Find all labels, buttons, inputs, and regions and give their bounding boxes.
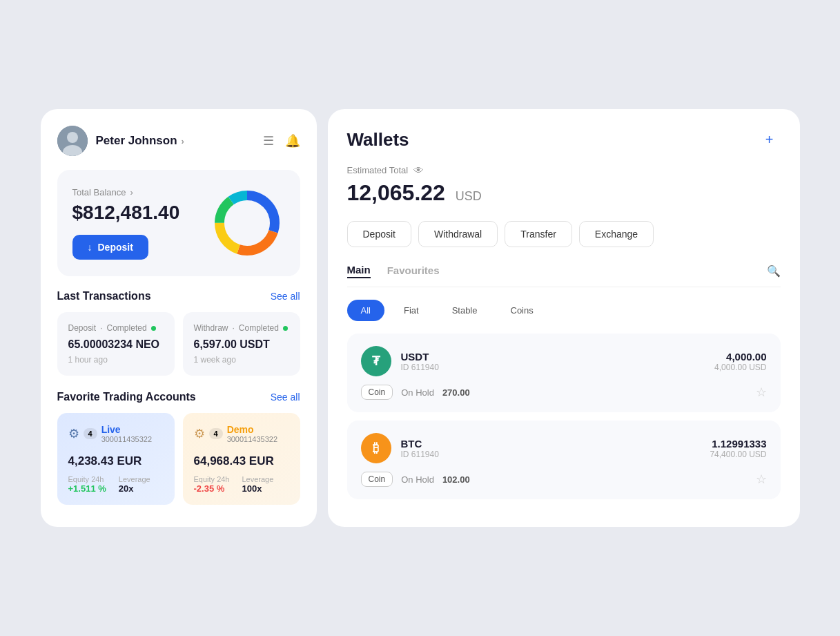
- btc-usd: 74,400.00 USD: [710, 450, 766, 459]
- status-dot-0: [151, 326, 156, 331]
- action-deposit-button[interactable]: Deposit: [347, 221, 411, 247]
- tc-amount-demo: 64,968.43 EUR: [194, 454, 289, 468]
- action-withdrawal-button[interactable]: Withdrawal: [418, 221, 498, 247]
- tc-equity-demo: Equity 24h -2.35 %: [194, 475, 230, 494]
- transaction-card-0: Deposit · Completed 65.00003234 NEO 1 ho…: [57, 312, 175, 376]
- balance-amount: $812,481.40: [72, 202, 180, 224]
- transactions-section: Last Transactions See all Deposit · Comp…: [57, 290, 300, 376]
- bell-icon[interactable]: 🔔: [285, 133, 300, 148]
- btc-logo: ₿: [361, 433, 391, 463]
- trading-card-live[interactable]: ⚙ 4 Live 300011435322 4,238.43 EUR Equit…: [57, 413, 175, 505]
- tx-amount-1: 6,597.00 USDT: [194, 338, 289, 351]
- tx-amount-0: 65.00003234 NEO: [68, 338, 164, 351]
- transaction-card-1: Withdraw · Completed 6,597.00 USDT 1 wee…: [183, 312, 300, 376]
- tc-stats-demo: Equity 24h -2.35 % Leverage 100x: [194, 475, 289, 494]
- wallet-item-btc: ₿ BTC ID 611940 1.12991333 74,400.00 USD…: [347, 421, 781, 499]
- tc-equity-value-demo: -2.35 %: [194, 483, 230, 494]
- filter-stable-button[interactable]: Stable: [438, 300, 491, 321]
- btc-value: 1.12991333 74,400.00 USD: [710, 438, 766, 459]
- tc-id-live: 300011435322: [101, 435, 152, 443]
- action-transfer-button[interactable]: Transfer: [505, 221, 572, 247]
- left-panel: Peter Johnson › ☰ 🔔 Total Balance › $812…: [41, 109, 317, 527]
- tc-leverage-live: Leverage 20x: [119, 475, 150, 494]
- btc-star-icon[interactable]: ☆: [756, 472, 767, 487]
- usdt-id: ID 611940: [401, 363, 439, 372]
- wallet-tabs: Main Favourites 🔍: [347, 264, 781, 287]
- balance-card: Total Balance › $812,481.40 ↓ Deposit: [57, 170, 300, 276]
- tc-leverage-value-demo: 100x: [242, 483, 273, 494]
- search-icon[interactable]: 🔍: [767, 264, 781, 278]
- user-info: Peter Johnson ›: [57, 126, 184, 156]
- wallet-item-bottom-usdt: Coin On Hold 270.00 ☆: [361, 385, 767, 400]
- trading-see-all[interactable]: See all: [271, 392, 300, 403]
- balance-label: Total Balance ›: [72, 187, 180, 197]
- wallet-item-bottom-btc: Coin On Hold 102.00 ☆: [361, 472, 767, 487]
- btc-on-hold-value: 102.00: [442, 474, 470, 485]
- usdt-usd: 4,000.00 USD: [714, 363, 766, 372]
- tc-header-live: ⚙ 4 Live 300011435322: [68, 424, 164, 443]
- eye-icon[interactable]: 👁: [413, 164, 424, 176]
- tab-main[interactable]: Main: [347, 264, 371, 278]
- svg-point-1: [67, 132, 78, 143]
- usdt-on-hold-label: On Hold: [401, 387, 434, 398]
- tc-icon-live: ⚙: [68, 426, 79, 441]
- action-buttons: Deposit Withdrawal Transfer Exchange: [347, 221, 781, 247]
- deposit-arrow-icon: ↓: [88, 242, 92, 253]
- tc-badge-demo: 4: [209, 428, 223, 439]
- tc-amount-live: 4,238.43 EUR: [68, 454, 164, 468]
- wallet-coin-info-usdt: ₮ USDT ID 611940: [361, 346, 439, 376]
- filter-coins-button[interactable]: Coins: [497, 300, 547, 321]
- action-exchange-button[interactable]: Exchange: [579, 221, 654, 247]
- header-icons: ☰ 🔔: [263, 133, 300, 148]
- deposit-button[interactable]: ↓ Deposit: [72, 235, 148, 260]
- trading-section: Favorite Trading Accounts See all ⚙ 4 Li…: [57, 391, 300, 505]
- estimated-currency: USD: [456, 189, 482, 203]
- tc-type-demo: Demo: [227, 424, 277, 435]
- add-wallet-button[interactable]: +: [759, 128, 781, 151]
- balance-left: Total Balance › $812,481.40 ↓ Deposit: [72, 187, 180, 260]
- trading-card-demo[interactable]: ⚙ 4 Demo 300011435322 64,968.43 EUR Equi…: [183, 413, 300, 505]
- balance-chevron-icon: ›: [130, 187, 133, 197]
- tc-icon-demo: ⚙: [194, 426, 205, 441]
- tc-equity-live: Equity 24h +1.511 %: [68, 475, 106, 494]
- wallet-item-top-usdt: ₮ USDT ID 611940 4,000.00 4,000.00 USD: [361, 346, 767, 376]
- tc-badge-live: 4: [84, 428, 97, 439]
- donut-chart: [209, 185, 285, 261]
- tx-status-1: Withdraw · Completed: [194, 323, 289, 333]
- btc-amount: 1.12991333: [710, 438, 766, 450]
- tc-header-demo: ⚙ 4 Demo 300011435322: [194, 424, 289, 443]
- filter-fiat-button[interactable]: Fiat: [390, 300, 433, 321]
- usdt-star-icon[interactable]: ☆: [756, 385, 767, 400]
- usdt-coin-tag[interactable]: Coin: [361, 385, 393, 400]
- menu-icon[interactable]: ☰: [263, 133, 274, 148]
- estimated-label: Estimated Total 👁: [347, 164, 781, 176]
- user-header: Peter Johnson › ☰ 🔔: [57, 126, 300, 156]
- wallets-title: Wallets: [347, 129, 409, 151]
- trading-title: Favorite Trading Accounts: [57, 391, 196, 403]
- status-dot-1: [283, 326, 288, 331]
- usdt-logo: ₮: [361, 346, 391, 376]
- transactions-see-all[interactable]: See all: [271, 291, 300, 302]
- tx-status-0: Deposit · Completed: [68, 323, 164, 333]
- filter-buttons: All Fiat Stable Coins: [347, 300, 781, 321]
- trading-cards: ⚙ 4 Live 300011435322 4,238.43 EUR Equit…: [57, 413, 300, 505]
- main-container: Peter Johnson › ☰ 🔔 Total Balance › $812…: [41, 109, 800, 527]
- trading-header: Favorite Trading Accounts See all: [57, 391, 300, 403]
- svg-point-8: [225, 201, 269, 245]
- tx-time-1: 1 week ago: [194, 355, 289, 365]
- tc-stats-live: Equity 24h +1.511 % Leverage 20x: [68, 475, 164, 494]
- btc-name: BTC: [401, 438, 439, 450]
- tc-leverage-value-live: 20x: [119, 483, 150, 494]
- chevron-right-icon: ›: [182, 136, 184, 146]
- wallets-header: Wallets +: [347, 128, 781, 151]
- estimated-amount: 12,065.22 USD: [347, 180, 781, 206]
- tc-type-live: Live: [101, 424, 152, 435]
- right-panel: Wallets + Estimated Total 👁 12,065.22 US…: [328, 109, 800, 527]
- filter-all-button[interactable]: All: [347, 300, 384, 321]
- user-name[interactable]: Peter Johnson ›: [96, 134, 184, 148]
- btc-coin-tag[interactable]: Coin: [361, 472, 393, 487]
- tab-favourites[interactable]: Favourites: [387, 264, 440, 278]
- wallet-item-top-btc: ₿ BTC ID 611940 1.12991333 74,400.00 USD: [361, 433, 767, 463]
- tc-equity-value-live: +1.511 %: [68, 483, 106, 494]
- wallet-coin-info-btc: ₿ BTC ID 611940: [361, 433, 439, 463]
